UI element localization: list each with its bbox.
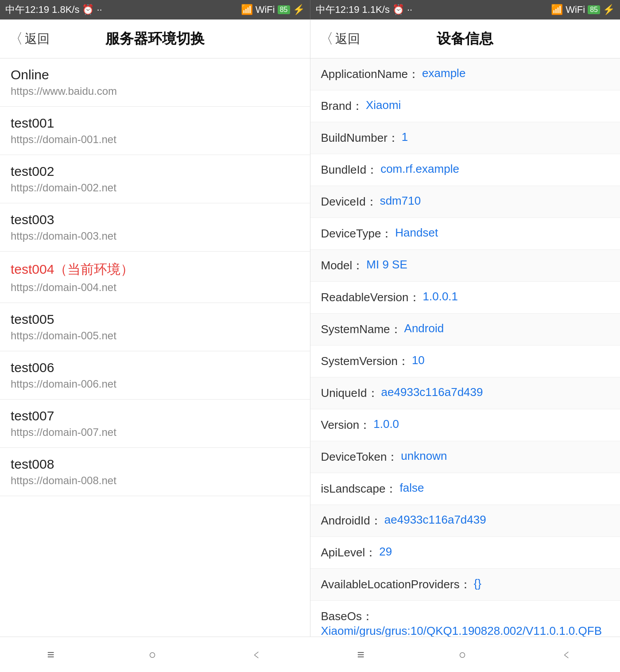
- info-key: Version：: [321, 417, 371, 433]
- left-panel: 〈 返回 服务器环境切换 Online https://www.baidu.co…: [0, 19, 310, 637]
- info-row: Version： 1.0.0: [310, 409, 620, 441]
- info-key: ApplicationName：: [321, 66, 420, 82]
- alarm-icon-left: ⏰: [82, 4, 94, 16]
- info-value: sdm710: [380, 194, 421, 208]
- env-item[interactable]: test007 https://domain-007.net: [0, 400, 310, 448]
- info-key: isLandscape：: [321, 481, 397, 497]
- env-item-name: test001: [11, 116, 299, 131]
- env-item-url: https://domain-007.net: [11, 426, 299, 439]
- env-item[interactable]: test008 https://domain-008.net: [0, 448, 310, 496]
- env-item-name: test004（当前环境）: [11, 260, 299, 279]
- bolt-icon-right: ⚡: [603, 4, 615, 16]
- info-value: 29: [379, 545, 392, 559]
- info-key: DeviceToken：: [321, 449, 399, 465]
- bottom-nav: ≡ ○ ﹤ ≡ ○ ﹤: [0, 637, 620, 672]
- info-row: ApplicationName： example: [310, 58, 620, 90]
- info-row: DeviceId： sdm710: [310, 186, 620, 218]
- info-value: example: [422, 66, 465, 80]
- info-list: ApplicationName： example Brand： Xiaomi B…: [310, 58, 620, 637]
- alarm-icon-right: ⏰: [392, 4, 404, 16]
- right-back-chevron-icon: 〈: [319, 29, 333, 49]
- env-list[interactable]: Online https://www.baidu.com test001 htt…: [0, 58, 310, 637]
- back-icon-left[interactable]: ﹤: [251, 646, 263, 663]
- info-value: com.rf.example: [380, 162, 459, 176]
- env-item-name: test003: [11, 212, 299, 227]
- info-row: SystemName： Android: [310, 314, 620, 346]
- right-back-label: 返回: [335, 31, 360, 47]
- env-item-url: https://domain-006.net: [11, 378, 299, 390]
- info-value: 10: [412, 353, 425, 367]
- more-right: ··: [407, 4, 412, 16]
- info-value: unknown: [401, 449, 447, 463]
- info-row: isLandscape： false: [310, 473, 620, 505]
- info-row: BaseOs： Xiaomi/grus/grus:10/QKQ1.190828.…: [310, 601, 620, 637]
- network-speed-left: 1.8K/s: [52, 4, 79, 16]
- info-value: Xiaomi/grus/grus:10/QKQ1.190828.002/V11.…: [321, 624, 610, 637]
- info-key: ReadableVersion：: [321, 290, 420, 305]
- env-item[interactable]: test002 https://domain-002.net: [0, 155, 310, 203]
- env-item[interactable]: test004（当前环境） https://domain-004.net: [0, 252, 310, 303]
- left-nav-bar: 〈 返回 服务器环境切换: [0, 19, 310, 58]
- info-key: BundleId：: [321, 162, 378, 178]
- env-item-url: https://domain-003.net: [11, 230, 299, 242]
- info-key: AndroidId：: [321, 513, 382, 528]
- env-item[interactable]: test003 https://domain-003.net: [0, 203, 310, 252]
- left-nav-title: 服务器环境切换: [105, 29, 205, 49]
- info-key: UniqueId：: [321, 385, 379, 401]
- info-value: ae4933c116a7d439: [381, 385, 483, 399]
- info-key: Brand：: [321, 98, 363, 114]
- env-item[interactable]: test001 https://domain-001.net: [0, 107, 310, 155]
- info-key: Model：: [321, 258, 364, 273]
- menu-icon-right[interactable]: ≡: [357, 648, 364, 662]
- info-key: BuildNumber：: [321, 130, 399, 146]
- time-right: 中午12:19: [316, 3, 360, 16]
- battery-left: 85: [278, 5, 290, 14]
- bolt-icon-left: ⚡: [293, 4, 305, 16]
- more-left: ··: [97, 4, 102, 16]
- right-nav-title: 设备信息: [437, 29, 493, 49]
- home-icon-left[interactable]: ○: [149, 648, 156, 662]
- signal-icon-right: 📶: [551, 4, 563, 16]
- right-back-button[interactable]: 〈 返回: [319, 29, 360, 49]
- network-speed-right: 1.1K/s: [362, 4, 390, 16]
- signal-icon-left: 📶: [241, 4, 253, 16]
- info-key: BaseOs：: [321, 609, 374, 624]
- info-key: AvailableLocationProviders：: [321, 577, 471, 592]
- info-key: DeviceType：: [321, 226, 393, 241]
- info-value: 1: [402, 130, 408, 144]
- env-item[interactable]: test006 https://domain-006.net: [0, 351, 310, 400]
- env-item[interactable]: Online https://www.baidu.com: [0, 58, 310, 107]
- left-back-label: 返回: [25, 31, 50, 47]
- back-icon-right[interactable]: ﹤: [561, 646, 573, 663]
- wifi-icon-right: WiFi: [566, 4, 585, 16]
- env-item-url: https://domain-001.net: [11, 133, 299, 146]
- main-panels: 〈 返回 服务器环境切换 Online https://www.baidu.co…: [0, 19, 620, 637]
- menu-icon-left[interactable]: ≡: [47, 648, 54, 662]
- right-nav-bar: 〈 返回 设备信息: [310, 19, 620, 58]
- env-item-name: test007: [11, 408, 299, 423]
- env-item-url: https://www.baidu.com: [11, 85, 299, 97]
- env-item-url: https://domain-008.net: [11, 474, 299, 487]
- env-item-name: test006: [11, 360, 299, 375]
- info-value: ae4933c116a7d439: [384, 513, 486, 527]
- info-value: {}: [474, 577, 481, 590]
- env-item-name: test005: [11, 312, 299, 327]
- status-bar: 中午12:19 1.8K/s ⏰ ·· 📶 WiFi 85 ⚡ 中午12:19 …: [0, 0, 620, 19]
- left-back-chevron-icon: 〈: [9, 29, 23, 49]
- info-row: DeviceToken： unknown: [310, 441, 620, 473]
- info-row: AvailableLocationProviders： {}: [310, 569, 620, 601]
- wifi-icon-left: WiFi: [256, 4, 275, 16]
- info-row: Brand： Xiaomi: [310, 90, 620, 122]
- info-row: UniqueId： ae4933c116a7d439: [310, 377, 620, 409]
- bottom-nav-left: ≡ ○ ﹤: [0, 637, 310, 672]
- time-left: 中午12:19: [5, 3, 49, 16]
- info-row: BuildNumber： 1: [310, 122, 620, 154]
- env-item[interactable]: test005 https://domain-005.net: [0, 303, 310, 351]
- info-row: BundleId： com.rf.example: [310, 154, 620, 186]
- battery-right: 85: [588, 5, 600, 14]
- home-icon-right[interactable]: ○: [459, 648, 466, 662]
- info-row: ApiLevel： 29: [310, 537, 620, 569]
- left-back-button[interactable]: 〈 返回: [9, 29, 50, 49]
- info-key: ApiLevel：: [321, 545, 377, 560]
- info-value: 1.0.0.1: [423, 290, 458, 303]
